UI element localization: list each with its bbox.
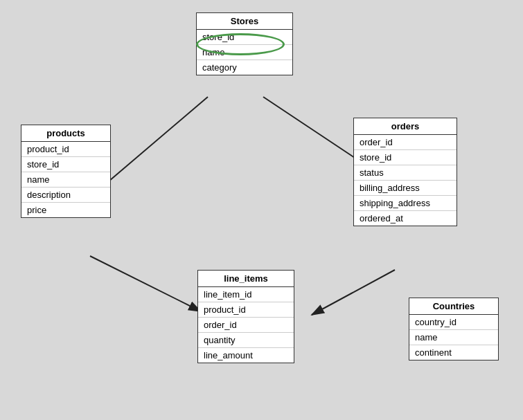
line-items-table: line_items line_item_id product_id order… bbox=[197, 270, 294, 363]
stores-header: Stores bbox=[197, 13, 292, 30]
products-field-product-id: product_id bbox=[21, 142, 110, 157]
orders-field-ordered-at: ordered_at bbox=[354, 211, 456, 226]
svg-line-4 bbox=[90, 256, 201, 311]
countries-header: Countries bbox=[409, 298, 498, 315]
line-items-field-quantity: quantity bbox=[198, 333, 294, 348]
products-field-description: description bbox=[21, 188, 110, 203]
orders-field-order-id: order_id bbox=[354, 135, 456, 150]
orders-field-status: status bbox=[354, 165, 456, 181]
products-field-name: name bbox=[21, 172, 110, 188]
svg-line-5 bbox=[312, 270, 395, 315]
countries-field-name: name bbox=[409, 330, 498, 345]
line-items-field-order-id: order_id bbox=[198, 318, 294, 333]
products-field-price: price bbox=[21, 203, 110, 217]
orders-field-shipping-address: shipping_address bbox=[354, 196, 456, 211]
line-items-header: line_items bbox=[198, 271, 294, 287]
line-items-field-product-id: product_id bbox=[198, 302, 294, 318]
products-field-store-id: store_id bbox=[21, 157, 110, 172]
countries-field-country-id: country_id bbox=[409, 315, 498, 330]
stores-field-name: name bbox=[197, 45, 292, 60]
products-header: products bbox=[21, 125, 110, 142]
countries-field-continent: continent bbox=[409, 345, 498, 360]
line-items-field-line-item-id: line_item_id bbox=[198, 287, 294, 302]
stores-field-category: category bbox=[197, 60, 292, 75]
line-items-field-line-amount: line_amount bbox=[198, 348, 294, 363]
stores-table: Stores store_id name category bbox=[196, 12, 293, 75]
products-table: products product_id store_id name descri… bbox=[21, 125, 111, 218]
orders-field-store-id: store_id bbox=[354, 150, 456, 165]
orders-header: orders bbox=[354, 118, 456, 135]
countries-table: Countries country_id name continent bbox=[409, 298, 499, 360]
orders-field-billing-address: billing_address bbox=[354, 181, 456, 196]
orders-table: orders order_id store_id status billing_… bbox=[353, 118, 457, 226]
stores-field-store-id: store_id bbox=[197, 30, 292, 45]
